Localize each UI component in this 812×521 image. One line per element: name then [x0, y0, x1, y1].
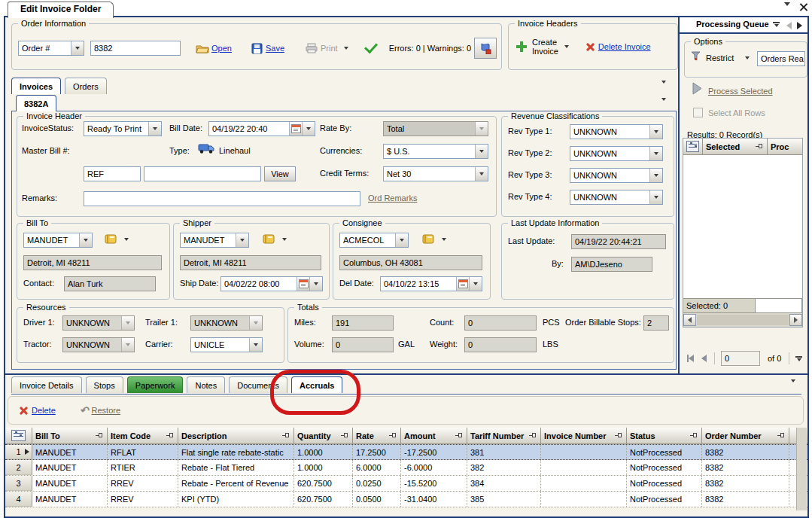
folder-open-icon[interactable] [196, 44, 209, 53]
dropdown-arrow-icon[interactable] [302, 122, 315, 136]
cell-description[interactable]: Rebate - Percent of Revenue [178, 476, 294, 491]
cell-item-code[interactable]: RFLAT [108, 445, 178, 459]
cell-rate[interactable]: 6.0000 [353, 460, 401, 475]
dropdown-arrow-icon[interactable] [649, 125, 662, 139]
process-selected-link[interactable]: Process Selected [708, 87, 773, 96]
dropdown-arrow-icon[interactable] [249, 338, 262, 352]
cell-quantity[interactable]: 1.0000 [294, 460, 353, 475]
cell-rate[interactable]: 0.0250 [353, 476, 401, 491]
rev-type-1-select[interactable]: UNKNOWN [570, 124, 663, 139]
cell-amount[interactable]: -15.5200 [401, 476, 467, 491]
cell-rate[interactable]: 0.0500 [353, 492, 401, 507]
tractor-select[interactable]: UNKNOWN [62, 337, 135, 352]
row-selector[interactable]: 2 [5, 460, 32, 475]
ref-number-input[interactable] [144, 166, 261, 181]
table-row[interactable]: 2 MANUDET RTIER Rebate - Flat Tiered 1.0… [5, 460, 807, 476]
table-row[interactable]: 4 MANUDET RREV KPI (YTD) 620.7500 0.0500… [5, 492, 807, 507]
cell-status[interactable]: NotProcessed [627, 492, 702, 507]
invoice-status-select[interactable]: Ready To Print [84, 121, 162, 136]
cell-status[interactable]: NotProcessed [627, 476, 702, 491]
bill-to-address[interactable]: Detroit, MI 48211 [23, 255, 162, 270]
floppy-save-icon[interactable] [251, 43, 263, 54]
dropdown-arrow-icon[interactable] [649, 169, 662, 182]
cell-order-number[interactable]: 8382 [702, 460, 789, 475]
pq-hscrollbar[interactable] [683, 313, 802, 327]
pager-first-button[interactable] [687, 355, 694, 362]
dropdown-arrow-icon[interactable] [148, 122, 161, 136]
cell-tariff-number[interactable]: 384 [467, 476, 541, 491]
open-link[interactable]: Open [211, 44, 232, 53]
funnel-filter-icon[interactable] [691, 51, 701, 61]
pager-page-input[interactable]: 0 [721, 351, 760, 366]
tab-accruals[interactable]: Accruals [291, 376, 342, 393]
tab-stops[interactable]: Stops [86, 376, 123, 393]
address-book-icon[interactable] [263, 234, 275, 244]
tab-paperwork[interactable]: Paperwork [127, 376, 184, 393]
col-item-code[interactable]: Item Code [108, 428, 178, 444]
cell-order-number[interactable]: 8382 [702, 445, 789, 459]
cell-description[interactable]: KPI (YTD) [178, 492, 294, 507]
print-label[interactable]: Print [321, 44, 338, 53]
address-book-dropdown-icon[interactable] [282, 238, 287, 241]
dropdown-arrow-icon[interactable] [79, 233, 92, 247]
row-selector[interactable]: 1 [5, 445, 32, 459]
tab-orders[interactable]: Orders [65, 78, 107, 94]
cell-bill-to[interactable]: MANUDET [32, 492, 108, 507]
cell-invoice-number[interactable] [541, 445, 627, 459]
pin-menu-icon[interactable] [773, 22, 780, 27]
consignee-address[interactable]: Columbus, OH 43081 [339, 255, 482, 270]
cell-invoice-number[interactable] [541, 460, 627, 475]
cell-status[interactable]: NotProcessed [627, 445, 702, 459]
cell-description[interactable]: Rebate - Flat Tiered [178, 460, 294, 475]
cell-amount[interactable]: -6.0000 [401, 460, 467, 475]
view-button[interactable]: View [264, 166, 296, 181]
dropdown-arrow-icon[interactable] [121, 316, 134, 330]
save-link[interactable]: Save [266, 44, 284, 53]
dropdown-arrow-icon[interactable] [236, 233, 248, 247]
table-row[interactable]: 3 MANUDET RREV Rebate - Percent of Reven… [5, 476, 807, 492]
pq-col-selected[interactable]: Selected [703, 139, 768, 155]
cell-order-number[interactable]: 8382 [702, 476, 789, 491]
push-pin-icon[interactable] [389, 432, 397, 439]
processing-queue-header[interactable]: Processing Queue [680, 17, 807, 34]
push-pin-icon[interactable] [777, 432, 786, 439]
grid-vscrollbar[interactable] [796, 428, 807, 510]
ord-remarks-link[interactable]: Ord Remarks [368, 193, 417, 203]
pq-filter-input[interactable]: Orders Rea [757, 51, 805, 66]
shipper-address[interactable]: Detroit, MI 48211 [180, 255, 321, 270]
trailer1-select[interactable]: UNKNOWN [190, 315, 263, 331]
cell-rate[interactable]: 17.2500 [353, 445, 401, 459]
calendar-icon[interactable] [456, 277, 469, 291]
push-pin-icon[interactable] [756, 143, 764, 150]
dropdown-arrow-icon[interactable] [121, 338, 134, 352]
pq-grid-body[interactable] [683, 155, 802, 298]
push-pin-icon[interactable] [166, 432, 175, 439]
address-book-icon[interactable] [105, 234, 117, 244]
cell-item-code[interactable]: RREV [108, 492, 178, 507]
dropdown-arrow-icon[interactable] [475, 145, 488, 158]
consignee-select[interactable]: ACMECOL [339, 233, 409, 248]
pager-prev-button[interactable] [701, 355, 707, 362]
tab-invoice-details[interactable]: Invoice Details [11, 376, 82, 393]
row-selector[interactable]: 4 [5, 492, 32, 507]
create-invoice-button[interactable]: Create Invoice [532, 38, 558, 56]
tab-notes[interactable]: Notes [187, 376, 225, 393]
col-bill-to[interactable]: Bill To [32, 428, 108, 444]
dropdown-arrow-icon[interactable] [309, 277, 322, 291]
delete-invoice-link[interactable]: Delete Invoice [598, 42, 651, 51]
rev-type-3-select[interactable]: UNKNOWN [570, 168, 663, 183]
ref-type-input[interactable]: REF [84, 166, 141, 181]
audit-button[interactable] [474, 38, 497, 59]
address-book-icon[interactable] [422, 234, 434, 244]
push-pin-icon[interactable] [96, 432, 104, 439]
col-status[interactable]: Status [627, 428, 702, 444]
grid-menu-cell[interactable] [5, 428, 32, 444]
push-pin-icon[interactable] [282, 432, 290, 439]
address-book-dropdown-icon[interactable] [124, 238, 129, 241]
close-icon[interactable] [799, 3, 807, 11]
cell-description[interactable]: Flat single rate rebate-static [178, 445, 294, 459]
rev-type-2-select[interactable]: UNKNOWN [570, 146, 663, 161]
carrier-select[interactable]: UNICLE [190, 337, 263, 352]
create-invoice-dropdown-icon[interactable] [564, 45, 569, 48]
cell-invoice-number[interactable] [541, 492, 627, 507]
